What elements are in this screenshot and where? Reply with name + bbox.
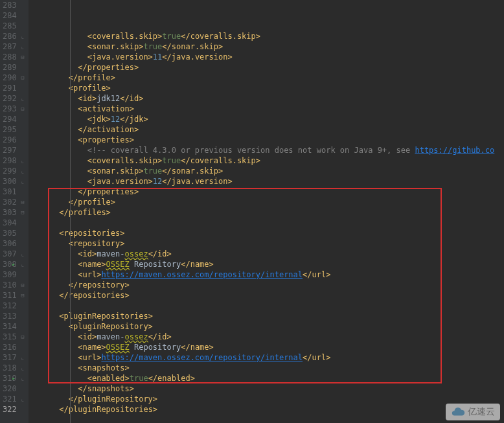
line-number[interactable]: 312 — [3, 301, 14, 311]
code-line[interactable]: <sonar.skip>true</sonar.skip> — [31, 166, 504, 176]
code-line[interactable]: <url>https://maven.ossez.com/repository/… — [31, 352, 504, 363]
line-number[interactable]: 284 — [3, 10, 14, 21]
line-number[interactable]: 313 — [3, 311, 14, 321]
code-line[interactable]: </properties> — [31, 62, 504, 73]
code-line[interactable]: <name>OSSEZ Repository</name> — [31, 342, 504, 352]
line-number[interactable]: 315 — [3, 332, 14, 342]
line-number[interactable]: 311 — [3, 290, 14, 301]
code-line[interactable]: </profile> — [31, 73, 504, 83]
code-line[interactable]: <name>OSSEZ Repository</name> — [31, 259, 504, 269]
code-line[interactable] — [31, 301, 504, 311]
line-number[interactable]: 296 — [3, 135, 14, 145]
code-line[interactable]: <repositories> — [31, 228, 504, 238]
code-line[interactable] — [31, 218, 504, 228]
line-number[interactable]: 297 — [3, 145, 14, 155]
fold-close-icon[interactable]: ⌞ — [19, 375, 26, 382]
code-line[interactable]: <url>https://maven.ossez.com/repository/… — [31, 269, 504, 280]
fold-open-icon[interactable]: ⊟ — [19, 334, 26, 340]
fold-column[interactable]: ⌞⌞⊟⊟⌞⊟⌞⌞⌞⊟⊟⌞⌞⊟⊟⊟⌞⌞⌞⌞▸▸ — [18, 0, 29, 423]
fold-close-icon[interactable]: ⌞ — [19, 354, 26, 361]
line-number[interactable]: 295 — [3, 124, 14, 135]
code-line[interactable]: <repository> — [31, 238, 504, 249]
code-line[interactable]: <enabled>true</enabled> — [31, 373, 504, 383]
fold-open-icon[interactable]: ⊟ — [19, 292, 26, 299]
line-number[interactable]: 320 — [3, 383, 14, 394]
fold-open-icon[interactable]: ⊟ — [19, 199, 26, 205]
fold-close-icon[interactable]: ⌞ — [19, 43, 26, 50]
code-line[interactable]: <snapshots> — [31, 363, 504, 373]
code-line[interactable]: <coveralls.skip>true</coveralls.skip> — [31, 31, 504, 41]
line-number[interactable]: 316 — [3, 342, 14, 352]
code-line[interactable]: </activation> — [31, 124, 504, 135]
line-number[interactable]: 305 — [3, 228, 14, 238]
line-number[interactable]: 322 — [3, 404, 14, 415]
line-number[interactable]: 306 — [3, 238, 14, 249]
fold-close-icon[interactable]: ⌞ — [19, 261, 26, 268]
line-number[interactable]: 301 — [3, 187, 14, 197]
code-line[interactable] — [31, 415, 504, 423]
code-line[interactable]: </profile> — [31, 197, 504, 207]
line-number[interactable]: 288 — [3, 52, 14, 62]
fold-close-icon[interactable]: ⌞ — [19, 396, 26, 402]
fold-close-icon[interactable]: ⌞ — [19, 168, 26, 174]
line-number[interactable]: 292 — [3, 93, 14, 104]
code-line[interactable]: <pluginRepository> — [31, 321, 504, 332]
code-line[interactable]: <java.version>12</java.version> — [31, 176, 504, 187]
code-line[interactable]: <jdk>12</jdk> — [31, 114, 504, 124]
line-number[interactable]: 283 — [3, 0, 14, 10]
code-line[interactable]: </profiles> — [31, 207, 504, 218]
line-number[interactable]: 300 — [3, 176, 14, 187]
line-number[interactable]: 321 — [3, 394, 14, 404]
code-line[interactable]: <id>jdk12</id> — [31, 93, 504, 104]
fold-close-icon[interactable]: ⌞ — [19, 33, 26, 40]
fold-close-icon[interactable]: ⌞ — [19, 251, 26, 257]
code-line[interactable]: <id>maven-ossez</id> — [31, 249, 504, 259]
line-number[interactable]: 299 — [3, 166, 14, 176]
line-number[interactable]: 318 — [3, 363, 14, 373]
line-number[interactable]: 317 — [3, 352, 14, 363]
fold-close-icon[interactable]: ⌞ — [19, 157, 26, 164]
code-line[interactable]: <activation> — [31, 104, 504, 114]
line-number[interactable]: 291 — [3, 83, 14, 93]
code-line[interactable]: </repositories> — [31, 290, 504, 301]
fold-open-icon[interactable]: ⊟ — [19, 209, 26, 216]
line-number[interactable]: 314 — [3, 321, 14, 332]
fold-open-icon[interactable]: ⊟ — [19, 74, 26, 81]
code-line[interactable]: </pluginRepositories> — [31, 404, 504, 415]
code-line[interactable]: <sonar.skip>true</sonar.skip> — [31, 41, 504, 52]
line-number[interactable]: 286 — [3, 31, 14, 41]
code-line[interactable]: <properties> — [31, 135, 504, 145]
line-number[interactable]: 303 — [3, 207, 14, 218]
fold-open-icon[interactable]: ⊟ — [19, 54, 26, 60]
line-number[interactable]: 290 — [3, 73, 14, 83]
line-number[interactable]: 287 — [3, 41, 14, 52]
fold-close-icon[interactable]: ⌞ — [19, 365, 26, 371]
code-editor[interactable]: 2832842852862872882892902912922932942952… — [0, 0, 504, 423]
code-line[interactable]: <pluginRepositories> — [31, 311, 504, 321]
code-line[interactable]: </pluginRepository> — [31, 394, 504, 404]
line-number[interactable]: 309 — [3, 269, 14, 280]
line-number[interactable]: 302 — [3, 197, 14, 207]
code-line[interactable]: <!-- coverall 4.3.0 or previous version … — [31, 145, 504, 155]
code-line[interactable]: </properties> — [31, 187, 504, 197]
line-number[interactable]: 285 — [3, 21, 14, 31]
code-line[interactable]: <coveralls.skip>true</coveralls.skip> — [31, 155, 504, 166]
line-number[interactable]: 304 — [3, 218, 14, 228]
fold-close-icon[interactable]: ⌞ — [19, 178, 26, 185]
fold-close-icon[interactable]: ⌞ — [19, 95, 26, 102]
code-area[interactable]: <coveralls.skip>true</coveralls.skip> <s… — [29, 0, 504, 423]
fold-open-icon[interactable]: ⊟ — [19, 282, 26, 288]
code-line[interactable]: <profile> — [31, 83, 504, 93]
code-line[interactable]: <java.version>11</java.version> — [31, 52, 504, 62]
line-number[interactable]: 289 — [3, 62, 14, 73]
run-gutter-icon[interactable]: ▸ — [10, 375, 17, 382]
line-number[interactable]: 310 — [3, 280, 14, 290]
line-number[interactable]: 298 — [3, 155, 14, 166]
line-number[interactable]: 294 — [3, 114, 14, 124]
fold-open-icon[interactable]: ⊟ — [19, 106, 26, 112]
line-number-gutter[interactable]: 2832842852862872882892902912922932942952… — [0, 0, 18, 423]
line-number[interactable]: 307 — [3, 249, 14, 259]
line-number[interactable]: 293 — [3, 104, 14, 114]
code-line[interactable]: </repository> — [31, 280, 504, 290]
run-gutter-icon[interactable]: ▸ — [10, 261, 17, 268]
